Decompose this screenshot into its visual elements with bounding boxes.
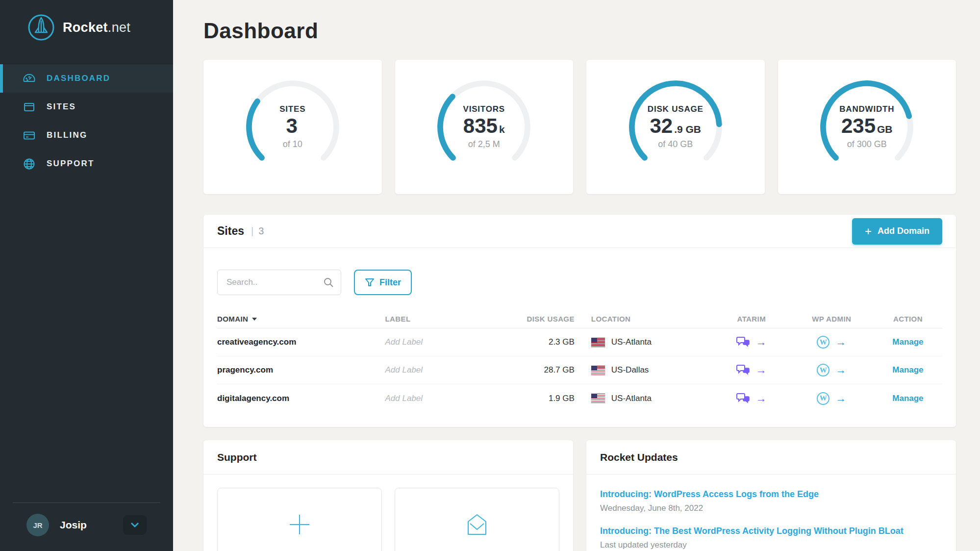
wordpress-icon: W	[817, 392, 829, 405]
arrow-right-icon: →	[835, 337, 846, 348]
wordpress-icon: W	[817, 364, 829, 376]
sidebar-item-dashboard[interactable]: DASHBOARD	[0, 64, 173, 93]
update-date: Wednesday, June 8th, 2022	[600, 503, 942, 513]
arrow-right-icon: →	[756, 337, 767, 348]
table-header-row: DOMAIN LABEL DISK USAGE LOCATION ATARIM …	[217, 310, 942, 328]
speedometer-icon	[23, 72, 36, 85]
create-ticket-button[interactable]: Create Ticket	[217, 488, 382, 551]
stat-card-visitors: VISITORS 835k of 2,5 M	[395, 60, 574, 194]
view-tickets-button[interactable]: View Tickets	[395, 488, 559, 551]
update-item: Introducing: WordPress Access Logs from …	[600, 489, 942, 513]
sort-caret-icon	[252, 318, 257, 321]
plus-icon: +	[865, 225, 872, 237]
table-row: creativeagency.com Add Label 2.3 GB US-A…	[217, 328, 942, 356]
sidebar: Rocket.net DASHBOARD SITES BILLING SUPPO…	[0, 0, 173, 551]
sites-card-header: Sites | 3 + Add Domain	[203, 215, 956, 248]
disk-usage-cell: 1.9 GB	[500, 394, 591, 403]
disk-usage-cell: 2.3 GB	[500, 337, 591, 347]
gauge-sub: of 40 GB	[658, 139, 693, 150]
rocket-logo-icon	[27, 14, 55, 41]
add-label-field[interactable]: Add Label	[385, 394, 500, 403]
gauge-sub: of 2,5 M	[468, 139, 500, 150]
domain-cell[interactable]: digitalagency.com	[217, 394, 385, 403]
updates-title: Rocket Updates	[586, 440, 956, 475]
arrow-right-icon: →	[756, 365, 767, 376]
sidebar-item-label: DASHBOARD	[47, 74, 110, 83]
user-menu-button[interactable]	[123, 515, 147, 535]
search-box	[217, 270, 341, 295]
sidebar-item-label: SUPPORT	[47, 159, 95, 169]
add-label-field[interactable]: Add Label	[385, 365, 500, 375]
table-row: digitalagency.com Add Label 1.9 GB US-At…	[217, 384, 942, 412]
bottom-row: Support Create Ticket View Tickets Rocke…	[203, 440, 956, 551]
gauge-label: BANDWIDTH	[839, 104, 894, 114]
sidebar-item-billing[interactable]: BILLING	[0, 121, 173, 150]
manage-link[interactable]: Manage	[874, 337, 942, 347]
atarim-cell[interactable]: →	[713, 363, 790, 377]
column-header-wpadmin: WP ADMIN	[790, 315, 874, 323]
browser-icon	[23, 100, 36, 114]
sidebar-item-sites[interactable]: SITES	[0, 93, 173, 121]
atarim-cell[interactable]: →	[713, 392, 790, 405]
domain-cell[interactable]: creativeagency.com	[217, 337, 385, 347]
filter-button[interactable]: Filter	[354, 270, 412, 295]
arrow-right-icon: →	[835, 393, 846, 404]
user-name: Josip	[60, 519, 87, 531]
main-content: Dashboard SITES 3 of 10 VISITORS 835k of…	[173, 0, 980, 551]
update-link[interactable]: Introducing: The Best WordPress Activity…	[600, 526, 942, 536]
stat-card-sites: SITES 3 of 10	[203, 60, 382, 194]
atarim-chat-icon	[736, 392, 750, 405]
page-title: Dashboard	[203, 19, 956, 43]
gauge-sub: of 10	[283, 139, 302, 150]
column-header-atarim: ATARIM	[713, 315, 790, 323]
arrow-right-icon: →	[835, 365, 846, 376]
column-header-label: LABEL	[385, 315, 500, 323]
wp-admin-cell[interactable]: W →	[790, 392, 874, 405]
atarim-chat-icon	[736, 335, 750, 349]
column-header-location: LOCATION	[591, 315, 713, 323]
location-cell: US-Dallas	[591, 365, 713, 375]
sidebar-item-support[interactable]: SUPPORT	[0, 150, 173, 178]
arrow-right-icon: →	[756, 393, 767, 404]
sites-toolbar: Filter	[203, 248, 956, 310]
add-domain-button[interactable]: + Add Domain	[852, 218, 942, 245]
brand-name: Rocket.net	[63, 20, 130, 35]
update-item: Introducing: The Best WordPress Activity…	[600, 526, 942, 550]
chevron-down-icon	[130, 522, 139, 528]
search-icon	[323, 276, 334, 288]
add-label-field[interactable]: Add Label	[385, 337, 500, 347]
brand-logo: Rocket.net	[0, 0, 173, 55]
domain-cell[interactable]: pragency.com	[217, 365, 385, 375]
table-row: pragency.com Add Label 28.7 GB US-Dallas…	[217, 356, 942, 384]
us-flag-icon	[591, 366, 605, 375]
location-cell: US-Atlanta	[591, 337, 713, 347]
wp-admin-cell[interactable]: W →	[790, 364, 874, 376]
credit-card-icon	[23, 129, 36, 142]
plus-icon	[286, 511, 313, 540]
globe-icon	[23, 157, 36, 171]
sites-table: DOMAIN LABEL DISK USAGE LOCATION ATARIM …	[203, 310, 956, 427]
update-date: Last updated yesterday	[600, 540, 942, 550]
envelope-icon	[463, 511, 491, 540]
support-title: Support	[203, 440, 573, 475]
sites-count: 3	[258, 225, 264, 237]
sites-title-divider: |	[251, 225, 253, 237]
wp-admin-cell[interactable]: W →	[790, 336, 874, 349]
user-panel: JR Josip	[13, 502, 160, 551]
gauge-value: 32.9 GB	[650, 114, 701, 138]
atarim-cell[interactable]: →	[713, 335, 790, 349]
column-header-disk: DISK USAGE	[500, 315, 591, 323]
gauge-value: 235GB	[841, 114, 893, 138]
column-header-action: ACTION	[874, 315, 942, 323]
gauge-label: DISK USAGE	[648, 104, 704, 114]
stat-card-bandwidth: BANDWIDTH 235GB of 300 GB	[778, 60, 956, 194]
gauge-sub: of 300 GB	[847, 139, 887, 150]
manage-link[interactable]: Manage	[874, 394, 942, 403]
manage-link[interactable]: Manage	[874, 365, 942, 375]
gauge-value: 3	[286, 114, 299, 138]
update-link[interactable]: Introducing: WordPress Access Logs from …	[600, 489, 942, 500]
column-header-domain[interactable]: DOMAIN	[217, 315, 385, 323]
us-flag-icon	[591, 394, 605, 403]
us-flag-icon	[591, 338, 605, 347]
gauge-label: SITES	[279, 104, 305, 114]
